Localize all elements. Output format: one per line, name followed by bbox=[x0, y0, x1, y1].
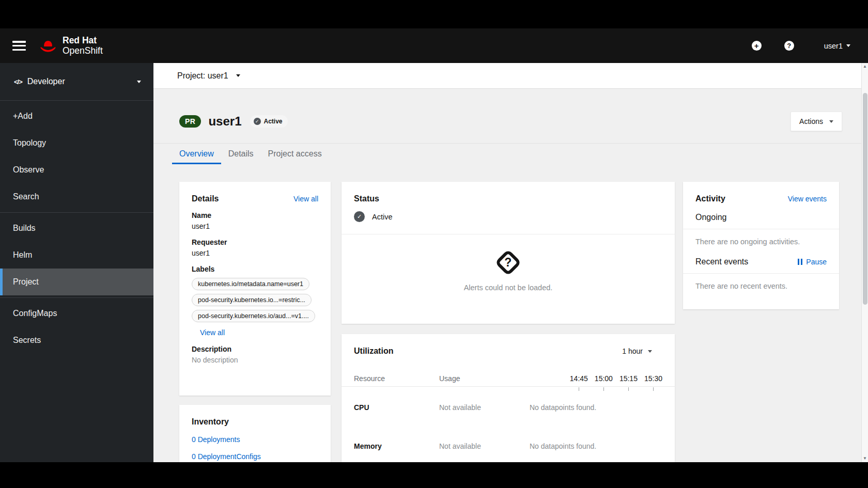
recent-events-section: Recent events Pause bbox=[695, 257, 827, 266]
view-events-link[interactable]: View events bbox=[788, 195, 827, 203]
perspective-label: Developer bbox=[27, 77, 65, 86]
brand-line1: Red Hat bbox=[63, 36, 103, 46]
masthead: Red Hat OpenShift user1 bbox=[0, 28, 868, 63]
page-title: user1 bbox=[208, 114, 241, 129]
deployments-link[interactable]: 0 Deployments bbox=[192, 435, 318, 444]
utilization-table-header: Resource Usage 14:45 15:00 15:15 15:30 bbox=[354, 374, 662, 383]
datapoints-message: No datapoints found. bbox=[530, 442, 662, 450]
duration-dropdown-label: 1 hour bbox=[622, 347, 643, 355]
project-selector-label: Project: user1 bbox=[177, 71, 228, 81]
divider bbox=[342, 386, 675, 387]
tabs-bar: Overview Details Project access bbox=[153, 143, 868, 164]
labels-view-all-link[interactable]: View all bbox=[200, 328, 225, 337]
tab-details[interactable]: Details bbox=[221, 144, 261, 164]
dashboard-column-1: Details View all Name user1 Requester us… bbox=[179, 182, 331, 462]
unknown-status-icon bbox=[494, 249, 521, 276]
dashboard-column-2: Status Active Alerts could not be loaded… bbox=[342, 182, 675, 462]
code-icon bbox=[14, 78, 22, 86]
user-menu[interactable]: user1 bbox=[824, 42, 850, 50]
recent-empty-message: There are no recent events. bbox=[695, 282, 827, 290]
utilization-card-title: Utilization bbox=[354, 347, 393, 356]
details-card: Details View all Name user1 Requester us… bbox=[179, 182, 331, 396]
resource-name: CPU bbox=[354, 403, 439, 412]
axis-tick bbox=[628, 387, 629, 391]
redhat-fedora-icon bbox=[38, 38, 58, 53]
axis-tick bbox=[603, 387, 604, 391]
project-selector-dropdown[interactable]: Project: user1 bbox=[177, 71, 240, 81]
overview-dashboard: Details View all Name user1 Requester us… bbox=[153, 164, 868, 462]
brand-text: Red Hat OpenShift bbox=[63, 36, 103, 56]
check-circle-icon bbox=[254, 118, 261, 125]
requester-label: Requester bbox=[192, 238, 318, 246]
time-tick-label: 14:45 bbox=[570, 374, 588, 383]
label-chip: pod-security.kubernetes.io...=restric... bbox=[192, 294, 312, 306]
deploymentconfigs-link[interactable]: 0 DeploymentConfigs bbox=[192, 452, 318, 461]
sidebar-item-search[interactable]: Search bbox=[0, 183, 153, 210]
menu-toggle-icon[interactable] bbox=[12, 41, 26, 51]
page-header: PR user1 Active Actions bbox=[153, 89, 868, 131]
add-circle-icon[interactable] bbox=[752, 41, 762, 51]
actions-button[interactable]: Actions bbox=[791, 112, 842, 131]
bottom-letterbox bbox=[0, 462, 868, 488]
nav-group-1: +Add Topology Observe Search bbox=[0, 101, 153, 212]
brand-line2: OpenShift bbox=[63, 46, 103, 56]
ongoing-section-title: Ongoing bbox=[695, 213, 827, 222]
time-tick-label: 15:30 bbox=[644, 374, 662, 383]
page-content: PR user1 Active Actions Overview Details bbox=[153, 89, 868, 462]
time-tick-label: 15:15 bbox=[619, 374, 638, 383]
activity-card-title: Activity bbox=[695, 194, 725, 203]
alerts-empty-state: Alerts could not be loaded. bbox=[354, 250, 662, 292]
chevron-down-icon bbox=[648, 350, 652, 353]
usage-value: Not available bbox=[439, 442, 530, 450]
ongoing-empty-message: There are no ongoing activities. bbox=[695, 238, 827, 246]
recent-events-title: Recent events bbox=[695, 257, 748, 266]
resource-name: Memory bbox=[354, 442, 439, 450]
requester-value: user1 bbox=[192, 249, 318, 257]
project-status-row: Active bbox=[354, 211, 662, 222]
details-view-all-link[interactable]: View all bbox=[293, 195, 318, 203]
sidebar-item-add[interactable]: +Add bbox=[0, 103, 153, 130]
label-chip-list: kubernetes.io/metadata.name=user1 pod-se… bbox=[192, 278, 318, 322]
vertical-scrollbar[interactable] bbox=[861, 63, 868, 462]
tab-overview[interactable]: Overview bbox=[172, 144, 221, 164]
inventory-card-title: Inventory bbox=[192, 417, 229, 427]
status-card: Status Active Alerts could not be loaded… bbox=[342, 182, 675, 324]
sidebar-item-configmaps[interactable]: ConfigMaps bbox=[0, 300, 153, 327]
chevron-down-icon bbox=[236, 74, 240, 77]
labels-label: Labels bbox=[192, 265, 318, 273]
utilization-card: Utilization 1 hour Resource Usage bbox=[342, 334, 675, 462]
sidebar-item-helm[interactable]: Helm bbox=[0, 242, 153, 269]
divider bbox=[683, 229, 839, 229]
masthead-utilities: user1 bbox=[752, 41, 850, 51]
inventory-card: Inventory 0 Deployments 0 DeploymentConf… bbox=[179, 405, 331, 462]
actions-button-label: Actions bbox=[799, 117, 823, 125]
duration-dropdown[interactable]: 1 hour bbox=[622, 347, 652, 355]
check-circle-icon bbox=[354, 211, 365, 222]
openshift-console: Red Hat OpenShift user1 Developer +Add T… bbox=[0, 0, 868, 488]
divider bbox=[683, 273, 839, 274]
app-body: Developer +Add Topology Observe Search B… bbox=[0, 63, 868, 462]
sidebar-item-builds[interactable]: Builds bbox=[0, 215, 153, 242]
sidebar-item-secrets[interactable]: Secrets bbox=[0, 327, 153, 354]
pause-events-button[interactable]: Pause bbox=[798, 258, 827, 266]
sidebar-item-topology[interactable]: Topology bbox=[0, 130, 153, 156]
resource-column-header: Resource bbox=[354, 374, 439, 383]
utilization-row-memory: Memory Not available No datapoints found… bbox=[354, 442, 662, 450]
alerts-empty-message: Alerts could not be loaded. bbox=[464, 284, 553, 292]
project-status-value: Active bbox=[372, 213, 393, 221]
scrollbar-thumb[interactable] bbox=[863, 93, 867, 305]
sidebar-item-observe[interactable]: Observe bbox=[0, 156, 153, 183]
scroll-up-arrow-icon[interactable] bbox=[863, 63, 867, 70]
tab-project-access[interactable]: Project access bbox=[261, 144, 329, 164]
help-icon[interactable] bbox=[784, 41, 794, 51]
chevron-down-icon bbox=[829, 120, 833, 123]
perspective-switcher[interactable]: Developer bbox=[0, 63, 153, 101]
usage-value: Not available bbox=[439, 403, 530, 412]
user-menu-label: user1 bbox=[824, 42, 843, 50]
sidebar-item-project[interactable]: Project bbox=[0, 269, 153, 295]
pause-button-label: Pause bbox=[806, 258, 827, 266]
details-card-title: Details bbox=[192, 194, 219, 203]
dashboard-column-3: Activity View events Ongoing There are n… bbox=[683, 182, 839, 309]
scroll-down-arrow-icon[interactable] bbox=[863, 455, 867, 462]
project-resource-badge: PR bbox=[179, 115, 201, 128]
